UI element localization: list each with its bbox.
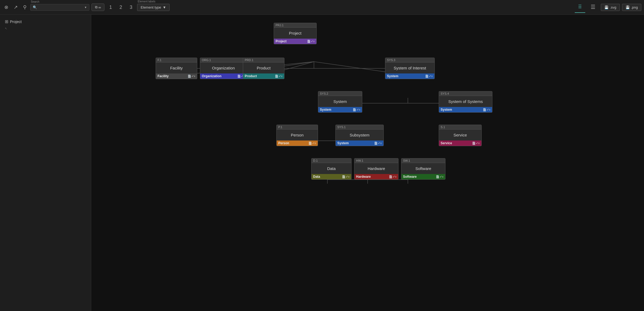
node-sys4[interactable]: SYS.4 System of Systems System 📄✓≡ bbox=[439, 91, 492, 113]
expand-button[interactable]: ↗ bbox=[12, 3, 19, 11]
main: ⊞ Project ↖ bbox=[0, 15, 644, 311]
node-id-sys1: SYS.1 bbox=[336, 125, 383, 129]
search-input[interactable] bbox=[38, 5, 84, 9]
table-view-button[interactable]: ☰ bbox=[587, 2, 599, 13]
node-title-sys4: System of Systems bbox=[439, 96, 492, 107]
num1-button[interactable]: 1 bbox=[107, 3, 115, 11]
node-label-icons-f1: 📄✓≡ bbox=[188, 75, 195, 78]
node-s1[interactable]: S.1 Service Service 📄✓≡ bbox=[439, 125, 482, 146]
node-label-icons-hw1: 📄✓≡ bbox=[389, 175, 397, 179]
node-prj1[interactable]: PRJ.1 Project Project 📄✓≡ bbox=[274, 23, 317, 44]
node-label-icons-s1: 📄✓≡ bbox=[472, 142, 480, 145]
node-label-bar-prj1: Project 📄✓≡ bbox=[274, 39, 316, 44]
node-label-text-hw1: Hardware bbox=[356, 175, 371, 179]
node-label-bar-org1: Organization 📄✓≡ bbox=[200, 73, 247, 79]
node-prd1[interactable]: PRD.1 Product Product 📄✓≡ bbox=[243, 58, 284, 79]
node-id-prj1: PRJ.1 bbox=[274, 23, 316, 28]
node-label-icons-sys1: 📄✓≡ bbox=[374, 142, 382, 145]
node-label-icons-sw1: 📄✓≡ bbox=[436, 175, 444, 179]
node-label-icons-prd1: 📄✓≡ bbox=[275, 75, 283, 78]
node-sys2[interactable]: SYS.2 System System 📄✓≡ bbox=[318, 91, 362, 113]
search-label: Search bbox=[31, 0, 39, 3]
element-labels-label: Element labels bbox=[138, 0, 155, 3]
node-id-s1: S.1 bbox=[439, 125, 481, 129]
layer-button[interactable]: ⧉ ∞ bbox=[92, 3, 104, 11]
png-export-button[interactable]: 💾 .png bbox=[622, 4, 641, 11]
node-label-text-s1: Service bbox=[441, 141, 452, 145]
plus-icon: ⊞ bbox=[5, 19, 8, 24]
node-label-text-prd1: Product bbox=[245, 74, 257, 78]
node-title-prj1: Project bbox=[274, 28, 316, 39]
node-label-bar-s1: Service 📄✓≡ bbox=[439, 140, 481, 146]
node-title-sys3: System of Interest bbox=[385, 62, 434, 73]
node-label-bar-f1: Facility 📄✓≡ bbox=[156, 73, 197, 79]
search-input-wrap: 🔍 ▼ bbox=[30, 4, 89, 11]
node-label-bar-p1: Person 📄✓≡ bbox=[277, 140, 318, 146]
layers-icon: ⧉ bbox=[95, 5, 97, 9]
node-id-sys2: SYS.2 bbox=[318, 91, 362, 96]
node-label-bar-d1: Data 📄✓≡ bbox=[312, 174, 351, 179]
node-title-p1: Person bbox=[277, 129, 318, 140]
node-label-icons-sys3: 📄✓≡ bbox=[425, 75, 433, 78]
node-id-sw1: SW.1 bbox=[401, 158, 445, 163]
sidebar-item-project[interactable]: ⊞ Project bbox=[3, 17, 88, 26]
toolbar-right: ⠿ ☰ 💾 .svg 💾 .png bbox=[575, 2, 641, 13]
node-label-text-sys4: System bbox=[441, 108, 452, 112]
node-id-hw1: HW.1 bbox=[354, 158, 398, 163]
node-f1[interactable]: F.1 Facility Facility 📄✓≡ bbox=[156, 58, 197, 79]
node-label-text-org1: Organization bbox=[202, 74, 221, 78]
num3-button[interactable]: 3 bbox=[127, 3, 135, 11]
node-label-text-sys1: System bbox=[337, 141, 349, 145]
node-id-f1: F.1 bbox=[156, 58, 197, 62]
node-p1[interactable]: P.1 Person Person 📄✓≡ bbox=[276, 125, 318, 146]
node-label-icons-sys4: 📄✓≡ bbox=[483, 108, 491, 112]
node-sys1[interactable]: SYS.1 Subsystem System 📄✓≡ bbox=[335, 125, 384, 146]
node-org1[interactable]: ORG.1 Organization Organization 📄✓≡ bbox=[200, 58, 247, 79]
node-label-text-d1: Data bbox=[313, 175, 320, 179]
node-label-bar-prd1: Product 📄✓≡ bbox=[243, 73, 284, 79]
node-id-org1: ORG.1 bbox=[200, 58, 247, 62]
node-label-icons-sys2: 📄✓≡ bbox=[353, 108, 360, 112]
node-label-icons-p1: 📄✓≡ bbox=[308, 142, 316, 145]
pin-button[interactable]: ⚲ bbox=[21, 3, 28, 11]
svg-icon: 💾 bbox=[604, 5, 609, 9]
node-title-prd1: Product bbox=[243, 62, 284, 73]
node-label-text-p1: Person bbox=[278, 141, 289, 145]
node-id-prd1: PRD.1 bbox=[243, 58, 284, 62]
sidebar: ⊞ Project ↖ bbox=[0, 15, 91, 311]
node-label-text-sys2: System bbox=[320, 108, 331, 112]
search-dropdown-button[interactable]: ▼ bbox=[84, 6, 87, 9]
node-label-bar-sw1: Software 📄✓≡ bbox=[401, 174, 445, 179]
node-id-sys4: SYS.4 bbox=[439, 91, 492, 96]
node-label-icons-d1: 📄✓≡ bbox=[342, 175, 350, 179]
node-label-text-f1: Facility bbox=[158, 74, 169, 78]
node-id-p1: P.1 bbox=[277, 125, 318, 129]
element-type-button[interactable]: Element type ▼ bbox=[137, 4, 170, 11]
node-label-bar-sys1: System 📄✓≡ bbox=[336, 140, 383, 146]
hierarchy-view-button[interactable]: ⠿ bbox=[575, 2, 585, 13]
node-label-text-prj1: Project bbox=[276, 39, 287, 43]
node-title-sw1: Software bbox=[401, 163, 445, 174]
png-icon: 💾 bbox=[625, 5, 630, 9]
close-button[interactable]: ⊗ bbox=[3, 3, 10, 11]
node-label-bar-sys3: System 📄✓≡ bbox=[385, 73, 434, 79]
sidebar-project-label: Project bbox=[10, 20, 22, 24]
num2-button[interactable]: 2 bbox=[117, 3, 125, 11]
cursor-indicator: ↖ bbox=[3, 26, 88, 31]
node-label-text-sys3: System bbox=[387, 74, 398, 78]
chevron-down-icon: ▼ bbox=[163, 5, 166, 9]
node-label-text-sw1: Software bbox=[403, 175, 417, 179]
node-sw1[interactable]: SW.1 Software Software 📄✓≡ bbox=[401, 158, 445, 180]
node-id-sys3: SYS.3 bbox=[385, 58, 434, 62]
node-title-sys2: System bbox=[318, 96, 362, 107]
svg-export-button[interactable]: 💾 .svg bbox=[601, 4, 620, 11]
node-title-s1: Service bbox=[439, 129, 481, 140]
canvas: PRJ.1 Project Project 📄✓≡ F.1 Facility F… bbox=[91, 15, 644, 311]
toolbar: ⊗ ↗ ⚲ Search 🔍 ▼ ⧉ ∞ 1 2 3 Element label… bbox=[0, 0, 644, 15]
element-type-label: Element type bbox=[141, 5, 161, 9]
node-id-d1: D.1 bbox=[312, 158, 351, 163]
node-sys3[interactable]: SYS.3 System of Interest System 📄✓≡ bbox=[385, 58, 435, 79]
node-hw1[interactable]: HW.1 Hardware Hardware 📄✓≡ bbox=[354, 158, 398, 180]
node-d1[interactable]: D.1 Data Data 📄✓≡ bbox=[311, 158, 352, 180]
node-label-bar-sys4: System 📄✓≡ bbox=[439, 107, 492, 112]
